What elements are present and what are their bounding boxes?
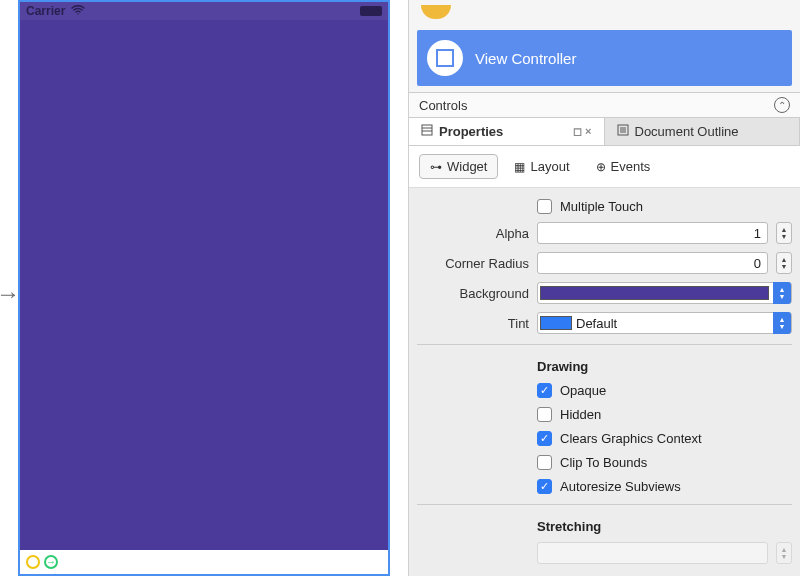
subtab-widget[interactable]: ⊶ Widget [419, 154, 498, 179]
exit-icon[interactable]: → [44, 555, 58, 569]
close-icon[interactable]: × [585, 125, 591, 137]
pad-tabs: Properties ◻ × Document Outline [409, 118, 800, 146]
subtab-layout-label: Layout [530, 159, 569, 174]
outline-item-label: View Controller [475, 50, 576, 67]
multiple-touch-row: Multiple Touch [537, 194, 792, 218]
tint-label: Tint [417, 316, 529, 331]
wifi-icon [71, 4, 85, 18]
corner-radius-row: Corner Radius 0 ▲▼ [417, 248, 792, 278]
events-icon: ⊕ [596, 160, 606, 174]
controls-header[interactable]: Controls ⌃ [409, 92, 800, 118]
opaque-checkbox[interactable]: ✓ [537, 383, 552, 398]
view-controller-view[interactable] [20, 20, 388, 550]
svg-rect-0 [422, 125, 432, 135]
inspector-panel: View Controller Controls ⌃ Properties ◻ … [408, 0, 800, 576]
autoresize-checkbox[interactable]: ✓ [537, 479, 552, 494]
background-label: Background [417, 286, 529, 301]
corner-radius-label: Corner Radius [417, 256, 529, 271]
battery-icon [360, 6, 382, 16]
subtab-widget-label: Widget [447, 159, 487, 174]
properties-icon [421, 124, 433, 139]
drawing-header: Drawing [537, 351, 792, 378]
stretching-header: Stretching [537, 511, 792, 538]
subtab-layout[interactable]: ▦ Layout [504, 154, 579, 179]
document-outline-icon [617, 124, 629, 139]
property-sub-tabs: ⊶ Widget ▦ Layout ⊕ Events [409, 146, 800, 188]
hidden-checkbox[interactable] [537, 407, 552, 422]
clears-graphics-checkbox[interactable]: ✓ [537, 431, 552, 446]
alpha-input[interactable]: 1 [537, 222, 768, 244]
stretching-stepper[interactable]: ▲▼ [776, 542, 792, 564]
tab-properties[interactable]: Properties ◻ × [409, 118, 605, 145]
scene-icon [421, 5, 451, 19]
subtab-events[interactable]: ⊕ Events [586, 154, 661, 179]
background-dropdown-icon[interactable]: ▲▼ [773, 282, 791, 304]
first-responder-icon[interactable] [26, 555, 40, 569]
pin-icon[interactable]: ◻ [573, 125, 582, 137]
widget-icon: ⊶ [430, 160, 442, 174]
corner-radius-stepper[interactable]: ▲▼ [776, 252, 792, 274]
tint-text: Default [576, 316, 769, 331]
subtab-events-label: Events [611, 159, 651, 174]
clip-to-bounds-checkbox[interactable] [537, 455, 552, 470]
corner-radius-input[interactable]: 0 [537, 252, 768, 274]
view-controller-icon [427, 40, 463, 76]
stretching-input[interactable] [537, 542, 768, 564]
outline-item-prev[interactable] [409, 0, 800, 24]
background-color-well[interactable]: ▲▼ [537, 282, 792, 304]
canvas-footer: → [20, 550, 388, 574]
stretching-row: ▲▼ [417, 538, 792, 568]
clip-to-bounds-label: Clip To Bounds [560, 455, 647, 470]
tab-document-outline[interactable]: Document Outline [605, 118, 801, 145]
tab-properties-label: Properties [439, 124, 503, 139]
clears-graphics-label: Clears Graphics Context [560, 431, 702, 446]
hidden-label: Hidden [560, 407, 601, 422]
opaque-label: Opaque [560, 383, 606, 398]
carrier-label: Carrier [26, 4, 65, 18]
outline-item-view-controller[interactable]: View Controller [417, 30, 792, 86]
tint-color-well[interactable]: Default ▲▼ [537, 312, 792, 334]
tab-document-outline-label: Document Outline [635, 124, 739, 139]
alpha-stepper[interactable]: ▲▼ [776, 222, 792, 244]
alpha-label: Alpha [417, 226, 529, 241]
properties-area: Multiple Touch Alpha 1 ▲▼ Corner Radius … [409, 188, 800, 576]
autoresize-label: Autoresize Subviews [560, 479, 681, 494]
controls-label: Controls [419, 98, 467, 113]
tint-swatch [540, 316, 572, 330]
tint-row: Tint Default ▲▼ [417, 308, 792, 338]
background-row: Background ▲▼ [417, 278, 792, 308]
multiple-touch-checkbox[interactable] [537, 199, 552, 214]
layout-icon: ▦ [514, 160, 525, 174]
chevron-up-icon[interactable]: ⌃ [774, 97, 790, 113]
alpha-row: Alpha 1 ▲▼ [417, 218, 792, 248]
status-bar: Carrier [20, 2, 388, 20]
tint-dropdown-icon[interactable]: ▲▼ [773, 312, 791, 334]
design-surface: → Carrier → [0, 0, 408, 576]
ios-simulator-canvas[interactable]: Carrier → [18, 0, 390, 576]
expand-arrow-icon[interactable]: → [0, 280, 20, 308]
multiple-touch-label: Multiple Touch [560, 199, 643, 214]
background-swatch [540, 286, 769, 300]
